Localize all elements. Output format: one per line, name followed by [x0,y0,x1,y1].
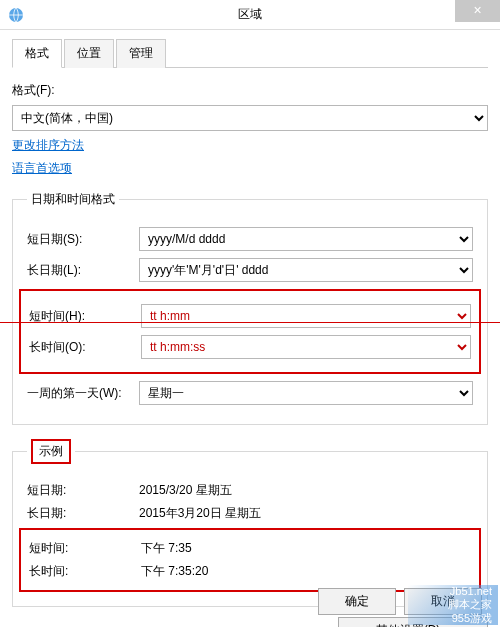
short-time-select[interactable]: tt h:mm [141,304,471,328]
example-legend-wrap: 示例 [27,439,75,464]
datetime-formats-group: 日期和时间格式 短日期(S): yyyy/M/d dddd 长日期(L): yy… [12,191,488,425]
example-long-date-label: 长日期: [27,505,139,522]
example-group: 示例 短日期: 2015/3/20 星期五 长日期: 2015年3月20日 星期… [12,439,488,607]
ok-button[interactable]: 确定 [318,588,396,615]
example-long-date-value: 2015年3月20日 星期五 [139,505,473,522]
link-language-prefs[interactable]: 语言首选项 [12,160,488,177]
format-label: 格式(F): [12,82,488,99]
tab-location[interactable]: 位置 [64,39,114,68]
highlight-box-time-formats: 短时间(H): tt h:mm 长时间(O): tt h:mm:ss [19,289,481,374]
highlight-box-time-examples: 短时间: 下午 7:35 长时间: 下午 7:35:20 [19,528,481,592]
short-date-label: 短日期(S): [27,231,139,248]
titlebar: 区域 × [0,0,500,30]
example-legend: 示例 [31,439,71,464]
first-day-select[interactable]: 星期一 [139,381,473,405]
long-date-select[interactable]: yyyy'年'M'月'd'日' dddd [139,258,473,282]
tab-admin[interactable]: 管理 [116,39,166,68]
example-short-date-label: 短日期: [27,482,139,499]
long-time-select[interactable]: tt h:mm:ss [141,335,471,359]
long-date-label: 长日期(L): [27,262,139,279]
cancel-button[interactable]: 取消 [404,588,482,615]
format-select[interactable]: 中文(简体，中国) [12,105,488,131]
first-day-label: 一周的第一天(W): [27,385,139,402]
long-time-label: 长时间(O): [29,339,141,356]
dialog-content: 格式 位置 管理 格式(F): 中文(简体，中国) 更改排序方法 语言首选项 日… [0,30,500,627]
link-sort-method[interactable]: 更改排序方法 [12,137,488,154]
short-date-select[interactable]: yyyy/M/d dddd [139,227,473,251]
datetime-formats-legend: 日期和时间格式 [27,191,119,208]
other-settings-button[interactable]: 其他设置(D)... [338,617,488,627]
window-title: 区域 [0,6,500,23]
dialog-button-row: 确定 取消 [0,588,500,615]
example-long-time-label: 长时间: [29,563,141,580]
close-button[interactable]: × [455,0,500,22]
example-short-time-label: 短时间: [29,540,141,557]
tab-format[interactable]: 格式 [12,39,62,68]
annotation-redline [0,322,500,323]
example-short-time-value: 下午 7:35 [141,540,471,557]
tab-strip: 格式 位置 管理 [12,38,488,68]
other-settings-row: 其他设置(D)... [12,617,488,627]
example-long-time-value: 下午 7:35:20 [141,563,471,580]
example-short-date-value: 2015/3/20 星期五 [139,482,473,499]
